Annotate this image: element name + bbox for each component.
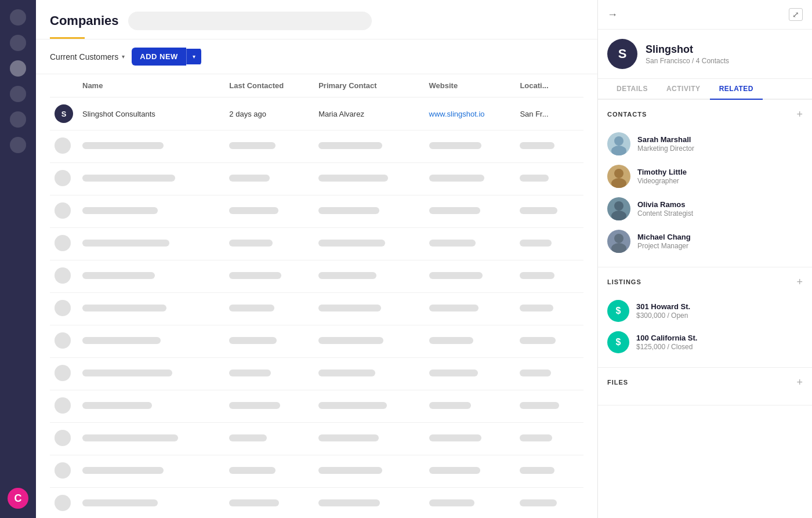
table-row[interactable] (50, 228, 583, 260)
panel-tabs: DETAILS ACTIVITY RELATED (598, 79, 812, 100)
contact-avatar-3 (607, 197, 630, 220)
col-name: Name (78, 74, 224, 97)
listing-details-2: $125,000 / Closed (636, 343, 697, 351)
tab-activity[interactable]: ACTIVITY (657, 79, 710, 100)
location-cell: San Fr... (515, 97, 583, 131)
col-last-contacted: Last Contacted (224, 74, 314, 97)
add-new-label[interactable]: ADD NEW (132, 48, 186, 66)
listings-section: LISTINGS + $ 301 Howard St. $300,000 / O… (598, 267, 812, 368)
search-bar[interactable] (128, 12, 372, 30)
contact-avatar-2 (607, 165, 630, 188)
sidebar-item-4[interactable] (10, 86, 26, 102)
listing-item[interactable]: $ 100 California St. $125,000 / Closed (607, 327, 803, 358)
svg-point-4 (614, 201, 624, 211)
listing-item[interactable]: $ 301 Howard St. $300,000 / Open (607, 295, 803, 327)
contact-role-4: Project Manager (637, 242, 691, 250)
table-row[interactable] (50, 423, 583, 455)
sidebar-item-6[interactable] (10, 137, 26, 153)
sidebar-item-1[interactable] (10, 9, 26, 26)
main-content: Companies Current Customers ▾ ADD NEW ▾ … (36, 0, 597, 518)
svg-point-2 (614, 169, 624, 178)
company-avatar-small: S (55, 104, 73, 123)
contact-item[interactable]: Timothy Little Videographer (607, 160, 803, 193)
col-avatar (50, 74, 78, 97)
contact-role-2: Videographer (637, 177, 687, 185)
panel-company-name: Slingshot (646, 44, 729, 56)
contact-avatar-1 (607, 132, 630, 155)
primary-contact-cell: Maria Alvarez (314, 97, 424, 131)
listings-add-button[interactable]: + (796, 277, 803, 287)
contact-name-1: Sarah Marshall (637, 135, 694, 144)
table-row[interactable] (50, 390, 583, 423)
contacts-add-button[interactable]: + (796, 109, 803, 119)
last-contacted-cell: 2 days ago (224, 97, 314, 131)
contact-item[interactable]: Olivia Ramos Content Strategist (607, 193, 803, 225)
contact-item[interactable]: Sarah Marshall Marketing Director (607, 128, 803, 160)
sidebar-item-5[interactable] (10, 111, 26, 128)
svg-point-7 (611, 243, 626, 253)
listing-address-1: 301 Howard St. (636, 302, 690, 311)
add-new-button[interactable]: ADD NEW ▾ (132, 48, 201, 66)
panel-company-meta: San Francisco / 4 Contacts (646, 57, 729, 65)
table-row[interactable] (50, 131, 583, 163)
table-row[interactable] (50, 325, 583, 358)
filter-label: Current Customers (50, 52, 118, 61)
row-avatar-cell: S (50, 97, 78, 131)
col-location: Locati... (515, 74, 583, 97)
table-row[interactable] (50, 488, 583, 519)
table-row[interactable] (50, 195, 583, 228)
listing-details-1: $300,000 / Open (636, 311, 690, 320)
svg-point-5 (611, 211, 626, 220)
tab-related[interactable]: RELATED (710, 79, 763, 100)
listing-icon-1: $ (607, 300, 629, 322)
table-row[interactable] (50, 260, 583, 293)
table-row[interactable] (50, 293, 583, 325)
table-row[interactable] (50, 163, 583, 195)
files-section: FILES + (598, 368, 812, 405)
tab-details[interactable]: DETAILS (607, 79, 657, 100)
sidebar-logo[interactable]: C (8, 488, 28, 509)
header: Companies (36, 0, 597, 39)
svg-point-3 (611, 178, 626, 188)
companies-table: Name Last Contacted Primary Contact Webs… (50, 74, 583, 518)
svg-point-1 (611, 146, 626, 155)
filter-dropdown[interactable]: Current Customers ▾ (50, 52, 125, 61)
files-add-button[interactable]: + (796, 377, 803, 387)
website-cell: www.slingshot.io (425, 97, 516, 131)
contact-item[interactable]: Michael Chang Project Manager (607, 225, 803, 258)
table-container: Name Last Contacted Primary Contact Webs… (36, 74, 597, 518)
sidebar-item-2[interactable] (10, 35, 26, 51)
toolbar: Current Customers ▾ ADD NEW ▾ (36, 39, 597, 74)
panel-company-avatar: S (607, 39, 637, 69)
contact-role-1: Marketing Director (637, 144, 694, 153)
sidebar: C (0, 0, 36, 518)
sidebar-item-3[interactable] (10, 60, 26, 77)
chevron-down-icon: ▾ (122, 53, 125, 60)
table-row[interactable] (50, 358, 583, 390)
contact-name-3: Olivia Ramos (637, 200, 693, 209)
external-link-icon[interactable]: ⤢ (789, 8, 803, 21)
listing-address-2: 100 California St. (636, 334, 697, 342)
arrow-right-icon[interactable]: → (607, 9, 618, 21)
contact-avatar-4 (607, 230, 630, 253)
contacts-section-title: CONTACTS (607, 111, 647, 118)
add-new-arrow-icon[interactable]: ▾ (186, 49, 201, 64)
company-name-cell: Slingshot Consultants (78, 97, 224, 131)
table-row[interactable]: S Slingshot Consultants 2 days ago Maria… (50, 97, 583, 131)
panel-header: → ⤢ (598, 0, 812, 30)
files-section-title: FILES (607, 379, 628, 386)
table-row[interactable] (50, 455, 583, 488)
col-primary-contact: Primary Contact (314, 74, 424, 97)
right-panel: → ⤢ S Slingshot San Francisco / 4 Contac… (597, 0, 812, 518)
contact-name-4: Michael Chang (637, 233, 691, 241)
svg-point-6 (614, 234, 624, 243)
panel-company-info: S Slingshot San Francisco / 4 Contacts (598, 30, 812, 79)
website-link[interactable]: www.slingshot.io (429, 110, 485, 118)
contact-role-3: Content Strategist (637, 209, 693, 218)
contacts-section: CONTACTS + Sarah Marshall Marketing Dire… (598, 100, 812, 267)
listing-icon-2: $ (607, 331, 629, 353)
listings-section-title: LISTINGS (607, 278, 641, 285)
page-title: Companies (50, 13, 119, 28)
contact-name-2: Timothy Little (637, 168, 687, 176)
header-underline (50, 37, 85, 39)
